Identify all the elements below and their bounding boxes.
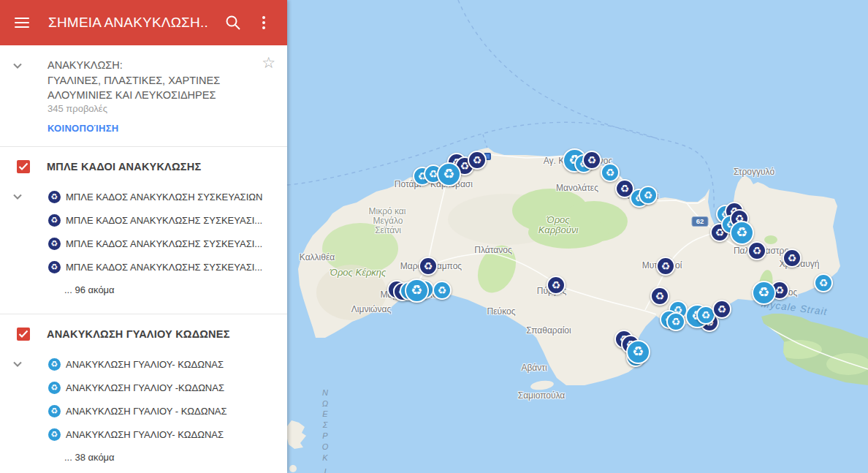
layer-checkbox[interactable] [17, 328, 30, 341]
layer-title: ΑΝΑΚΥΚΛΩΣΗ ΓΥΑΛΙΟΥ ΚΩΔΩΝΕΣ [47, 328, 230, 340]
marker-glass-bell[interactable]: ♻ [626, 340, 650, 364]
marker-blue-bin[interactable]: ♻ [712, 300, 731, 319]
map-place-label: Ρ [322, 431, 327, 440]
marker-glass-bell[interactable]: ♻ [433, 281, 452, 300]
star-icon[interactable]: ☆ [262, 54, 275, 72]
layer-item[interactable]: ♻ΑΝΑΚΥΚΛΩΣΗ ΓΥΑΛΙΟΥ- ΚΩΔΩΝΑΣ [0, 352, 287, 376]
recycle-marker-icon: ♻ [48, 382, 61, 394]
layer-item[interactable]: ♻ΑΝΑΚΥΚΛΩΣΗ ΓΥΑΛΙΟΥ - ΚΩΔΩΝΑΣ [0, 399, 287, 423]
marker-blue-bin[interactable]: ♻ [747, 241, 766, 260]
layer-item[interactable]: ♻ΑΝΑΚΥΚΛΩΣΗ ΓΥΑΛΙΟΥ -ΚΩΔΩΝΑΣ [0, 376, 287, 399]
layer-item-label: ΜΠΛΕ ΚΑΔΟΣ ΑΝΑΚΥΚΛΩΣΗΣ ΣΥΣΚΕΥΑΣΙ... [66, 215, 262, 226]
marker-glass-bell[interactable]: ♻ [666, 312, 685, 331]
layer-checkbox[interactable] [17, 160, 30, 173]
marker-blue-bin[interactable]: ♻ [650, 287, 669, 306]
map-place-label: Στρογγυλό [734, 167, 774, 177]
map-place-label: Ν [322, 388, 328, 397]
map-place-label: Όρος Κέρκης [330, 267, 387, 278]
share-button[interactable]: ΚΟΙΝΟΠΟΊΗΣΗ [47, 123, 275, 134]
layer-section-header: ΑΝΑΚΥΚΛΩΣΗ ΓΥΑΛΙΟΥ ΚΩΔΩΝΕΣ [0, 314, 287, 349]
map-subtitle-line: ΑΝΑΚΥΚΛΩΣΗ: [47, 58, 275, 73]
marker-blue-bin[interactable]: ♻ [547, 276, 566, 295]
layer-item[interactable]: ♻ΜΠΛΕ ΚΑΔΟΣ ΑΝΑΚΥΚΛΩΣΗΣ ΣΥΣΚΕΥΑΣΙ... [0, 208, 287, 232]
marker-glass-bell[interactable]: ♻ [814, 273, 833, 292]
map-place-label: Σαμιοπούλα [518, 390, 566, 401]
more-options-icon[interactable] [258, 14, 275, 31]
road-shield: 62 [692, 216, 709, 227]
layer-item-label: ΑΝΑΚΥΚΛΩΣΗ ΓΥΑΛΙΟΥ - ΚΩΔΩΝΑΣ [66, 406, 227, 417]
map-place-label: Λιμνιώνας [351, 304, 391, 314]
map-place-label: Κ [322, 453, 327, 462]
map-place-label: Μανολάτες [556, 183, 598, 193]
collapse-chevron-icon[interactable] [12, 191, 23, 203]
recycle-marker-icon: ♻ [48, 405, 61, 417]
recycle-marker-icon: ♻ [48, 238, 61, 250]
layer-item-label: ΑΝΑΚΥΚΛΩΣΗ ΓΥΑΛΙΟΥ- ΚΩΔΩΝΑΣ [66, 359, 224, 370]
layer-item-label: ΜΠΛΕ ΚΑΔΟΣ ΑΝΑΚΥΚΛΩΣΗ ΣΥΣΚΕΥΑΣΙΩΝ [66, 192, 262, 203]
sidebar: ΣΗΜΕΙΑ ΑΝΑΚΥΚΛΩΣΗ... ΑΝΑΚΥΚΛΩΣΗ: ΓΥΑΛΙΝΕ… [0, 0, 287, 473]
layers-list: ΜΠΛΕ ΚΑΔΟΙ ΑΝΑΚΥΚΛΩΣΗΣ♻ΜΠΛΕ ΚΑΔΟΣ ΑΝΑΚΥΚ… [0, 146, 287, 473]
map-base [287, 0, 868, 473]
layer-item[interactable]: ♻ΜΠΛΕ ΚΑΔΟΣ ΑΝΑΚΥΚΛΩΣΗΣ ΣΥΣΚΕΥΑΣΙ... [0, 232, 287, 255]
map-place-label: Ε [322, 409, 327, 418]
app: ΣΗΜΕΙΑ ΑΝΑΚΥΚΛΩΣΗ... ΑΝΑΚΥΚΛΩΣΗ: ΓΥΑΛΙΝΕ… [0, 0, 868, 473]
marker-glass-bell[interactable]: ♻ [405, 279, 429, 303]
recycle-marker-icon: ♻ [48, 428, 61, 441]
map-place-label: Σ [323, 420, 328, 429]
map-place-label: Σπαθαραίοι [526, 325, 571, 336]
menu-icon[interactable] [15, 18, 29, 28]
map-place-label: Ο [322, 442, 329, 451]
recycle-marker-icon: ♻ [48, 214, 61, 227]
map-place-label: Καρβούνι [538, 224, 579, 235]
more-items-link[interactable]: ... 96 ακόμα [0, 279, 287, 302]
marker-blue-bin[interactable]: ♻ [419, 257, 438, 276]
layer-title: ΜΠΛΕ ΚΑΔΟΙ ΑΝΑΚΥΚΛΩΣΗΣ [47, 161, 201, 173]
map-subtitle-line: ΓΥΑΛΙΝΕΣ, ΠΛΑΣΤΙΚΕΣ, ΧΑΡΤΙΝΕΣ [47, 73, 275, 88]
recycle-marker-icon: ♻ [48, 261, 61, 273]
map-title: ΣΗΜΕΙΑ ΑΝΑΚΥΚΛΩΣΗ... [48, 15, 208, 31]
layer-item[interactable]: ♻ΜΠΛΕ ΚΑΔΟΣ ΑΝΑΚΥΚΛΩΣΗ ΣΥΣΚΕΥΑΣΙΩΝ [0, 185, 287, 208]
map-place-label: Όρος [547, 214, 569, 225]
map-place-label: Ι [324, 467, 326, 473]
marker-blue-bin[interactable]: ♻ [582, 151, 601, 170]
marker-blue-bin[interactable]: ♻ [783, 249, 802, 268]
map-place-label: Μικρό και [369, 206, 406, 216]
map-place-label: Αβάντι [521, 363, 547, 373]
marker-glass-bell[interactable]: ♻ [639, 186, 658, 205]
recycle-marker-icon: ♻ [48, 358, 61, 371]
map-place-label: Καλλιθέα [300, 252, 335, 262]
search-icon[interactable] [224, 14, 242, 31]
layer-item-label: ΜΠΛΕ ΚΑΔΟΣ ΑΝΑΚΥΚΛΩΣΗΣ ΣΥΣΚΕΥΑΣΙ... [66, 262, 262, 273]
layer-item[interactable]: ♻ΑΝΑΚΥΚΛΩΣΗ ΓΥΑΛΙΟΥ- ΚΩΔΩΝΑΣ [0, 423, 287, 446]
map-description-panel: ΑΝΑΚΥΚΛΩΣΗ: ΓΥΑΛΙΝΕΣ, ΠΛΑΣΤΙΚΕΣ, ΧΑΡΤΙΝΕ… [0, 45, 287, 146]
layer-item-label: ΑΝΑΚΥΚΛΩΣΗ ΓΥΑΛΙΟΥ -ΚΩΔΩΝΑΣ [66, 382, 224, 393]
marker-glass-bell[interactable]: ♻ [601, 163, 620, 182]
sidebar-header: ΣΗΜΕΙΑ ΑΝΑΚΥΚΛΩΣΗ... [0, 0, 287, 45]
layer-item-label: ΜΠΛΕ ΚΑΔΟΣ ΑΝΑΚΥΚΛΩΣΗΣ ΣΥΣΚΕΥΑΣΙ... [66, 238, 262, 249]
layer-item-label: ΑΝΑΚΥΚΛΩΣΗ ΓΥΑΛΙΟΥ- ΚΩΔΩΝΑΣ [66, 429, 224, 440]
map-place-label: Μεγάλο [373, 216, 403, 226]
more-items-link[interactable]: ... 38 ακόμα [0, 446, 287, 469]
map-place-label: Σεϊτάνι [375, 225, 401, 235]
recycle-marker-icon: ♻ [48, 191, 61, 203]
map-place-label: Πεύκος [487, 306, 516, 317]
collapse-chevron-icon[interactable] [12, 60, 23, 72]
marker-glass-bell[interactable]: ♻ [437, 162, 461, 186]
collapse-chevron-icon[interactable] [12, 358, 23, 370]
marker-glass-bell[interactable]: ♻ [730, 221, 754, 245]
map-canvas[interactable]: ΠοτάμιΚαρλόβασιΑγ. ΚωνσταντίνοςΜανολάτες… [287, 0, 868, 473]
view-count: 345 προβολές [47, 103, 275, 114]
marker-glass-bell[interactable]: ♻ [752, 281, 776, 305]
map-place-label: Πλάτανος [474, 245, 511, 255]
layer-item[interactable]: ♻ΜΠΛΕ ΚΑΔΟΣ ΑΝΑΚΥΚΛΩΣΗΣ ΣΥΣΚΕΥΑΣΙ... [0, 255, 287, 279]
map-place-label: Ω [322, 399, 328, 408]
map-subtitle-line: ΑΛΟΥΜΙΝΙΕΣ ΚΑΙ ΛΕΥΚΟΣΙΔΗΡΕΣ [47, 88, 275, 103]
layer-section-header: ΜΠΛΕ ΚΑΔΟΙ ΑΝΑΚΥΚΛΩΣΗΣ [0, 147, 287, 182]
layer-items: ♻ΜΠΛΕ ΚΑΔΟΣ ΑΝΑΚΥΚΛΩΣΗ ΣΥΣΚΕΥΑΣΙΩΝ♻ΜΠΛΕ … [0, 182, 287, 314]
layer-items: ♻ΑΝΑΚΥΚΛΩΣΗ ΓΥΑΛΙΟΥ- ΚΩΔΩΝΑΣ♻ΑΝΑΚΥΚΛΩΣΗ … [0, 349, 287, 473]
marker-blue-bin[interactable]: ♻ [468, 151, 487, 170]
marker-blue-bin[interactable]: ♻ [656, 257, 675, 276]
